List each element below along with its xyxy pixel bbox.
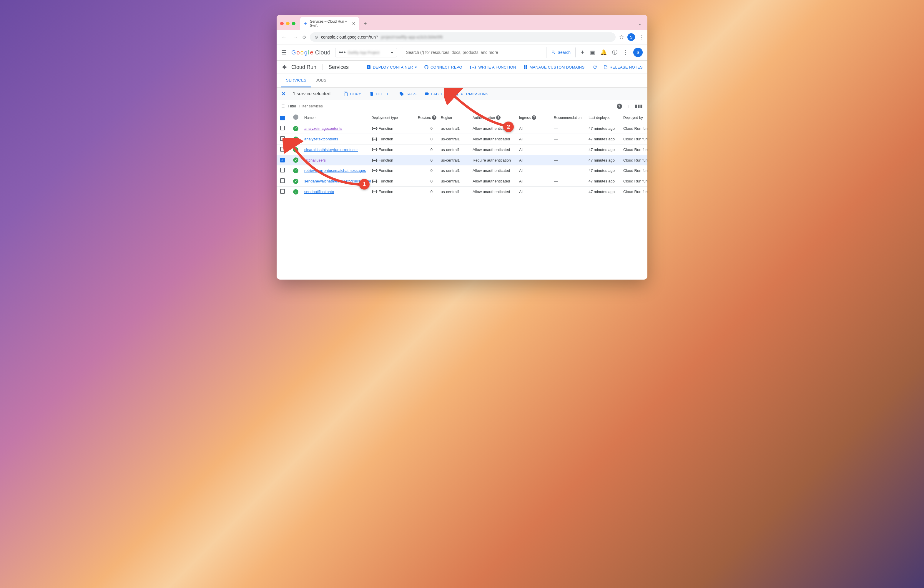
clear-selection-button[interactable]: ✕ <box>281 91 286 97</box>
deployment-type: {⋯} Function <box>371 168 416 173</box>
tab-services[interactable]: SERVICES <box>281 74 311 88</box>
service-link[interactable]: sendnotificationto <box>304 190 334 194</box>
deployed-by-value: Cloud Run functions <box>623 147 647 152</box>
bookmark-icon[interactable]: ☆ <box>619 34 624 40</box>
notifications-icon[interactable]: 🔔 <box>600 49 607 56</box>
ingress-value: All <box>519 158 551 162</box>
reload-button[interactable]: ⟳ <box>302 35 306 40</box>
browser-tab[interactable]: Services – Cloud Run – Swift ✕ <box>300 17 359 30</box>
ingress-value: All <box>519 179 551 183</box>
write-function-button[interactable]: {⋯} WRITE A FUNCTION <box>469 65 516 69</box>
row-checkbox[interactable] <box>280 147 285 152</box>
search-container: Search <box>402 47 576 58</box>
service-link[interactable]: analyzetextcontents <box>304 137 338 141</box>
more-icon[interactable]: ⋮ <box>623 49 628 56</box>
copy-button[interactable]: COPY <box>343 91 361 96</box>
col-req-sec[interactable]: Req/sec ? <box>418 116 439 120</box>
traffic-lights <box>280 22 295 25</box>
tab-jobs[interactable]: JOBS <box>311 74 332 88</box>
tab-close-icon[interactable]: ✕ <box>352 21 355 26</box>
deployment-type: {⋯} Function <box>371 126 416 130</box>
cloud-shell-icon[interactable]: ▣ <box>590 49 595 56</box>
permissions-button[interactable]: PERMISSIONS <box>454 91 488 96</box>
last-deployed-value: 47 minutes ago <box>589 147 621 152</box>
selection-bar: ✕ 1 service selected COPY DELETE TAGS LA… <box>277 88 647 100</box>
row-checkbox[interactable] <box>280 126 285 130</box>
url-bar[interactable]: ⊙ console.cloud.google.com/run?project=s… <box>310 32 615 42</box>
site-info-icon[interactable]: ⊙ <box>315 35 318 40</box>
service-link[interactable]: fetchallusers <box>304 158 326 162</box>
col-recommendation[interactable]: Recommendation <box>554 116 586 120</box>
col-authentication[interactable]: Authentication ? <box>473 116 517 120</box>
status-ok-icon: ✓ <box>293 168 299 173</box>
back-button[interactable]: ← <box>280 33 288 41</box>
deployment-type: {⋯} Function <box>371 147 416 152</box>
connect-repo-button[interactable]: CONNECT REPO <box>424 65 462 69</box>
project-selector[interactable]: Swiftly App Project ▾ <box>335 48 397 58</box>
col-deployment-type[interactable]: Deployment type <box>371 116 416 120</box>
search-button[interactable]: Search <box>546 47 575 58</box>
label-icon <box>425 91 429 96</box>
row-checkbox[interactable]: ✓ <box>280 158 285 162</box>
row-checkbox[interactable] <box>280 178 285 183</box>
labels-button[interactable]: LABELS <box>425 91 446 96</box>
help-icon[interactable]: ? <box>532 116 536 120</box>
status-ok-icon: ✓ <box>293 178 299 184</box>
table-row[interactable]: ✓ sendnotificationto {⋯} Function 0 us-c… <box>277 187 647 197</box>
status-ok-icon: ✓ <box>293 126 299 131</box>
annotation-badge-1: 1 <box>359 179 370 190</box>
browser-profile-avatar[interactable]: S <box>627 33 635 41</box>
col-ingress[interactable]: Ingress ? <box>519 116 551 120</box>
browser-menu-icon[interactable]: ⋮ <box>639 34 644 40</box>
cloud-header: ☰ Google Cloud Swiftly App Project ▾ Sea… <box>277 45 647 61</box>
service-link[interactable]: analyzeimagecontents <box>304 126 342 130</box>
help-icon[interactable]: ? <box>496 116 500 120</box>
refresh-button[interactable] <box>592 65 597 69</box>
tabs-dropdown-icon[interactable]: ⌄ <box>638 21 644 26</box>
table-row[interactable]: ✓ analyzetextcontents {⋯} Function 0 us-… <box>277 134 647 144</box>
filter-input[interactable] <box>299 104 614 108</box>
new-tab-button[interactable]: + <box>361 20 369 28</box>
service-link[interactable]: clearaichathistoryforcurrentuser <box>304 147 358 152</box>
last-deployed-value: 47 minutes ago <box>589 190 621 194</box>
row-checkbox[interactable] <box>280 168 285 172</box>
column-selector-icon[interactable]: ▮▮▮ <box>635 103 643 109</box>
minimize-window-button[interactable] <box>286 22 290 25</box>
release-notes-button[interactable]: RELEASE NOTES <box>603 65 643 69</box>
table-row[interactable]: ✓ retrievecurrentusersaichatmessages {⋯}… <box>277 165 647 176</box>
help-icon[interactable]: ⓘ <box>612 49 617 56</box>
page-section: Services <box>322 64 349 70</box>
manage-domains-button[interactable]: MANAGE CUSTOM DOMAINS <box>523 65 585 69</box>
forward-button[interactable]: → <box>291 33 299 41</box>
google-cloud-logo[interactable]: Google Cloud <box>291 49 330 56</box>
copy-icon <box>343 91 348 96</box>
table-row[interactable]: ✓ clearaichathistoryforcurrentuser {⋯} F… <box>277 144 647 155</box>
close-window-button[interactable] <box>280 22 284 25</box>
service-link[interactable]: retrievecurrentusersaichatmessages <box>304 168 366 173</box>
search-input[interactable] <box>402 47 546 58</box>
col-last-deployed[interactable]: Last deployed <box>589 116 621 120</box>
account-avatar[interactable]: S <box>633 48 643 57</box>
region-value: us-central1 <box>441 179 470 183</box>
col-deployed-by[interactable]: Deployed by <box>623 116 647 120</box>
table-row[interactable]: ✓ ✓ fetchallusers {⋯} Function 0 us-cent… <box>277 155 647 165</box>
action-buttons: DEPLOY CONTAINER ▾ CONNECT REPO {⋯} WRIT… <box>366 65 584 69</box>
table-row[interactable]: ✓ analyzeimagecontents {⋯} Function 0 us… <box>277 123 647 134</box>
deployment-type: {⋯} Function <box>371 179 416 183</box>
filter-help-icon[interactable]: ? <box>617 104 622 109</box>
table-row[interactable]: ✓ sendanewaichatmessageforcurrentuser {⋯… <box>277 176 647 187</box>
col-name[interactable]: Name ↑ <box>304 116 369 120</box>
row-checkbox[interactable] <box>280 136 285 141</box>
gemini-icon[interactable]: ✦ <box>580 49 585 56</box>
select-all-checkbox[interactable] <box>280 116 285 121</box>
tags-button[interactable]: TAGS <box>399 91 416 96</box>
row-checkbox[interactable] <box>280 189 285 194</box>
col-region[interactable]: Region <box>441 116 470 120</box>
help-icon[interactable]: ? <box>432 116 436 120</box>
cloudrun-logo[interactable]: Cloud Run <box>281 64 316 71</box>
delete-button[interactable]: DELETE <box>369 91 391 96</box>
maximize-window-button[interactable] <box>292 22 295 25</box>
nav-menu-icon[interactable]: ☰ <box>281 49 287 56</box>
deploy-container-button[interactable]: DEPLOY CONTAINER ▾ <box>366 65 417 69</box>
service-bar: Cloud Run Services DEPLOY CONTAINER ▾ CO… <box>277 61 647 74</box>
